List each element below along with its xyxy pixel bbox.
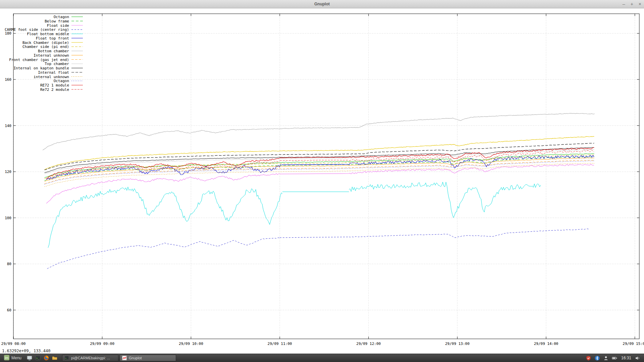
series-line — [45, 155, 594, 179]
mouse-coordinate-readout: 1.63292e+09, 133.440 — [2, 349, 51, 353]
legend-label: Octagon — [54, 79, 69, 83]
legend-label: Internal on kapton bundle — [13, 66, 69, 70]
series-line — [45, 160, 594, 184]
shield-tray-button[interactable] — [586, 355, 592, 361]
legend-label: Bottom chamber — [38, 49, 69, 53]
y-tick-label: 80 — [7, 262, 11, 266]
desktop: Gnuplot – + × 29/09 08:0029/09 09:0029/0… — [0, 0, 644, 362]
firefox-icon — [44, 355, 49, 361]
series-line — [48, 182, 541, 248]
x-tick-label: 29/09 15:00 — [623, 342, 644, 346]
gnuplot-window-content: 29/09 08:0029/09 09:0029/09 10:0029/09 1… — [0, 8, 644, 354]
x-tick-label: 29/09 10:00 — [179, 342, 203, 346]
series-line — [45, 163, 594, 187]
legend-label: Top chamber — [45, 62, 69, 66]
x-tick-label: 29/09 12:00 — [356, 342, 381, 346]
legend-label: CARME foot side (center ring) — [5, 27, 69, 32]
menu-button-label: Menu — [11, 356, 21, 360]
bluetooth-tray-button[interactable] — [594, 355, 600, 361]
task-window-label: Gnuplot — [129, 356, 142, 360]
taskbar-clock[interactable]: 16:31 — [621, 356, 632, 360]
legend-label: Float side — [47, 23, 69, 28]
x-tick-label: 29/09 13:00 — [445, 342, 470, 346]
svg-text:lm: lm — [5, 356, 8, 360]
legend-label: Front chamber (gas jet end) — [9, 58, 69, 62]
taskbar-window-pi-carmebakingpi[interactable]: >_pi@CARMEbakingpi: ... — [62, 355, 118, 361]
legend-label: internal unknown — [34, 75, 69, 79]
legend-label: Internal float — [38, 70, 69, 75]
window-controls: – + × — [623, 0, 641, 8]
plot-canvas[interactable]: 29/09 08:0029/09 09:0029/09 10:0029/09 1… — [0, 8, 644, 354]
files-icon — [52, 355, 57, 361]
y-tick-label: 60 — [7, 308, 11, 312]
launcher-strip: >_ — [26, 354, 58, 362]
battery-tray-button[interactable] — [612, 355, 618, 361]
legend-label: Octagon — [54, 15, 69, 19]
taskbar-window-gnuplot[interactable]: Gnuplot — [120, 355, 176, 361]
firefox-launcher-button[interactable] — [43, 354, 50, 362]
y-tick-label: 120 — [5, 170, 11, 174]
svg-text:>_: >_ — [36, 357, 39, 360]
window-title: Gnuplot — [0, 0, 644, 8]
user-tray-button[interactable] — [603, 355, 609, 361]
menu-button[interactable]: lm Menu — [1, 354, 24, 362]
files-launcher-button[interactable] — [51, 354, 58, 362]
svg-text:>_: >_ — [65, 357, 68, 360]
shield-icon — [586, 356, 591, 361]
terminal-launcher-icon: >_ — [35, 355, 41, 361]
bluetooth-icon — [595, 356, 600, 361]
y-tick-label: 100 — [5, 216, 11, 220]
window-titlebar[interactable]: Gnuplot – + × — [0, 0, 644, 8]
series-line — [47, 229, 590, 269]
terminal-launcher-launcher-button[interactable]: >_ — [34, 354, 42, 362]
legend-label: Back Chamber (dipole) — [22, 41, 69, 45]
close-button[interactable]: × — [639, 2, 641, 6]
legend-label: Chamber side (pi end) — [22, 45, 69, 49]
gnuplot-icon — [122, 356, 127, 360]
series-line — [43, 113, 594, 150]
battery-icon — [612, 356, 618, 361]
legend-label: Float top front — [36, 36, 69, 41]
volume-icon — [635, 356, 640, 361]
x-tick-label: 29/09 14:00 — [534, 342, 558, 346]
plot-frame — [13, 14, 639, 339]
mint-menu-icon: lm — [4, 355, 9, 361]
user-icon — [603, 356, 608, 361]
legend-label: Re72 2 module — [40, 87, 69, 92]
legend-label: Below frame — [45, 19, 69, 23]
desktop-launcher-button[interactable] — [26, 354, 33, 362]
minimize-button[interactable]: – — [623, 2, 625, 6]
window-list: >_pi@CARMEbakingpi: ...Gnuplot — [62, 355, 176, 361]
maximize-button[interactable]: + — [631, 2, 633, 6]
volume-tray-button[interactable] — [635, 355, 641, 361]
legend-label: Float bottom middle — [27, 32, 69, 36]
system-tray: 16:31 — [586, 355, 643, 361]
y-tick-label: 160 — [5, 77, 11, 82]
task-window-label: pi@CARMEbakingpi: ... — [71, 356, 110, 360]
legend-label: RE72 1 module — [40, 83, 69, 87]
terminal-icon: >_ — [64, 356, 69, 360]
y-tick-label: 180 — [5, 31, 11, 36]
desktop-icon — [27, 355, 32, 361]
taskbar: lm Menu >_ >_pi@CARMEbakingpi: ...Gnuplo… — [0, 354, 644, 362]
x-tick-label: 29/09 11:00 — [268, 342, 292, 346]
y-tick-label: 140 — [5, 124, 11, 128]
x-tick-label: 29/09 09:00 — [90, 342, 114, 346]
legend-label: Internal unknown — [34, 53, 69, 58]
series-line — [45, 161, 594, 184]
x-tick-label: 29/09 08:00 — [1, 342, 26, 346]
